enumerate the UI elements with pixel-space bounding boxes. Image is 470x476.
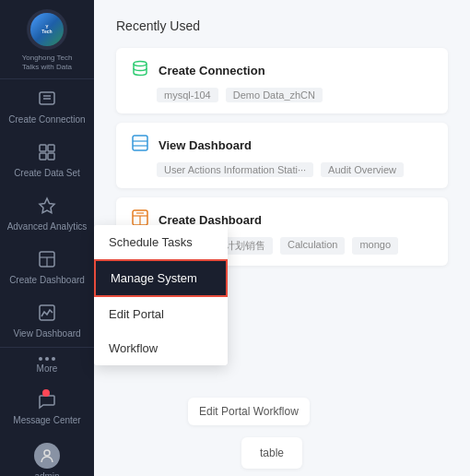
table-item: table xyxy=(241,437,302,469)
manage-system-label: Manage System xyxy=(111,271,197,285)
sidebar-item-more[interactable]: More xyxy=(0,348,94,382)
more-dropdown: Schedule Tasks Manage System Edit Portal… xyxy=(94,225,228,365)
message-icon-wrapper xyxy=(37,391,57,415)
advanced-analytics-icon xyxy=(37,196,57,219)
logo-inner: YTech xyxy=(30,13,64,46)
admin-avatar xyxy=(34,443,60,469)
more-icon xyxy=(39,357,55,361)
sidebar-item-create-connection[interactable]: Create Connection xyxy=(0,79,94,133)
view-dashboard-item-icon xyxy=(131,134,149,157)
sidebar-item-message-center[interactable]: Message Center xyxy=(0,382,94,434)
edit-portal-workflow-label: Edit Portal Workflow xyxy=(188,398,310,425)
logo-name: Yonghong Tech xyxy=(22,54,73,63)
edit-portal-label: Edit Portal xyxy=(109,307,164,321)
tag-mysql104: mysql-104 xyxy=(157,88,218,102)
dropdown-item-manage-system[interactable]: Manage System xyxy=(94,259,228,297)
sidebar-item-label: View Dashboard xyxy=(13,328,80,339)
admin-avatar-icon xyxy=(39,447,55,464)
view-dashboard-tags: User Actions Information Stati··· Audit … xyxy=(131,162,433,177)
svg-rect-4 xyxy=(48,145,54,151)
dropdown-item-edit-portal[interactable]: Edit Portal xyxy=(94,297,228,331)
svg-rect-5 xyxy=(40,153,46,160)
dropdown-item-workflow[interactable]: Workflow xyxy=(94,331,228,365)
dropdown-item-schedule-tasks[interactable]: Schedule Tasks xyxy=(94,225,228,259)
create-dashboard-icon xyxy=(37,249,57,272)
sidebar-logo: YTech Yonghong Tech Talks with Data xyxy=(0,0,94,79)
tag-audit-overview: Audit Overview xyxy=(321,162,404,177)
sidebar-item-advanced-analytics[interactable]: Advanced Analytics xyxy=(0,186,94,240)
tag-demo-data: Demo Data_zhCN xyxy=(226,88,323,102)
logo-text: YTech xyxy=(41,25,52,35)
sidebar-nav: Create Connection Create Data Set Advanc… xyxy=(0,79,94,347)
svg-point-11 xyxy=(44,450,50,456)
tag-calculation: Calculation xyxy=(280,237,345,255)
sidebar-item-view-dashboard[interactable]: View Dashboard xyxy=(0,293,94,347)
sidebar: YTech Yonghong Tech Talks with Data Crea… xyxy=(0,0,94,476)
recent-item-header: Create Connection xyxy=(131,59,433,82)
svg-point-12 xyxy=(134,62,147,66)
sidebar-item-label: Create Connection xyxy=(8,114,85,125)
tag-mongo: mongo xyxy=(352,237,398,255)
view-dashboard-title: View Dashboard xyxy=(159,138,252,152)
create-connection-tags: mysql-104 Demo Data_zhCN xyxy=(131,88,433,102)
workflow-label: Workflow xyxy=(109,341,158,355)
recent-item-create-connection[interactable]: Create Connection mysql-104 Demo Data_zh… xyxy=(116,48,448,113)
sidebar-item-label: Create Data Set xyxy=(14,168,80,179)
recent-item-header: View Dashboard xyxy=(131,134,433,157)
sidebar-item-create-dashboard[interactable]: Create Dashboard xyxy=(0,240,94,293)
svg-rect-3 xyxy=(40,145,46,151)
sidebar-bottom: More Message Center admin xyxy=(0,347,94,476)
sidebar-item-admin[interactable]: admin xyxy=(0,434,94,476)
admin-label: admin xyxy=(34,471,59,476)
recent-item-view-dashboard[interactable]: View Dashboard User Actions Information … xyxy=(116,123,448,188)
create-dataset-icon xyxy=(37,142,57,165)
create-connection-item-icon xyxy=(131,59,149,82)
sidebar-item-label: Advanced Analytics xyxy=(7,221,88,232)
create-connection-title: Create Connection xyxy=(159,64,265,77)
svg-rect-6 xyxy=(48,153,54,160)
table-label: table xyxy=(260,446,284,459)
logo-circle: YTech xyxy=(27,9,67,50)
tag-user-actions: User Actions Information Stati··· xyxy=(157,162,313,177)
more-label: More xyxy=(37,363,58,375)
create-connection-icon xyxy=(37,89,57,112)
bottom-action-items: Edit Portal Workflow xyxy=(188,398,310,425)
view-dashboard-icon xyxy=(37,303,57,326)
schedule-tasks-label: Schedule Tasks xyxy=(109,235,193,249)
svg-rect-13 xyxy=(133,136,147,150)
section-title: Recently Used xyxy=(116,18,448,33)
sidebar-item-create-dataset[interactable]: Create Data Set xyxy=(0,133,94,186)
sidebar-item-label: Create Dashboard xyxy=(9,275,85,286)
logo-tagline: Talks with Data xyxy=(22,63,73,72)
logo-subtitle: Yonghong Tech Talks with Data xyxy=(22,54,73,71)
message-label: Message Center xyxy=(13,415,80,426)
